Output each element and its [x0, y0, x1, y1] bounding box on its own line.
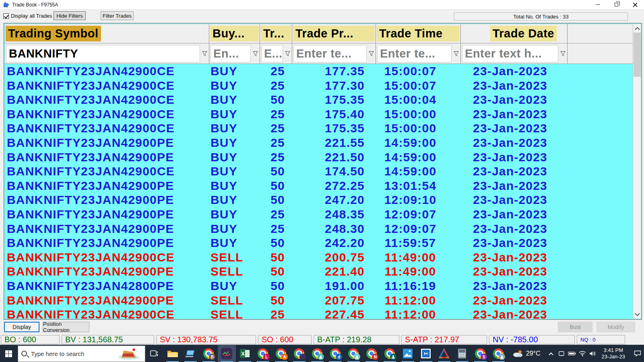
- filter-funnel-icon[interactable]: [558, 43, 567, 64]
- table-row[interactable]: BANKNIFTY23JAN42900PEBUY50242.2011:59:57…: [5, 236, 633, 250]
- filter-funnel-icon[interactable]: [200, 43, 209, 64]
- grid-filter-row: BANKNIFTY En... E... Enter te... Enter t…: [5, 43, 641, 64]
- chrome-profile-n[interactable]: N: [363, 345, 381, 362]
- column-header-trade-price[interactable]: Trade Pr...: [292, 24, 376, 43]
- wifi-icon[interactable]: [578, 345, 587, 362]
- maximize-button[interactable]: [607, 0, 625, 9]
- column-header-buy-sell[interactable]: Buy...: [209, 24, 260, 43]
- profile-letter-badge: L: [263, 354, 270, 360]
- table-row[interactable]: BANKNIFTY23JAN42900CEBUY25177.3015:00:07…: [5, 78, 633, 93]
- trade-rows-area: BANKNIFTY23JAN42900CEBUY25177.3515:00:07…: [5, 64, 641, 319]
- chrome-profile-a[interactable]: A: [272, 345, 290, 362]
- table-row[interactable]: BANKNIFTY23JAN42900CESELL25227.4511:12:0…: [5, 307, 633, 319]
- tray-chevron-icon[interactable]: [546, 345, 556, 362]
- trade-book-grid: Trading Symbol Buy... Tr... Trade Pr... …: [4, 23, 642, 319]
- close-button[interactable]: [625, 0, 644, 9]
- battery-icon[interactable]: [567, 345, 577, 362]
- scrollbar-thumb[interactable]: [634, 33, 641, 77]
- table-row[interactable]: BANKNIFTY23JAN42900CEBUY50174.5014:59:00…: [5, 164, 633, 179]
- modify-button[interactable]: Modify: [597, 322, 635, 332]
- column-header-trading-symbol[interactable]: Trading Symbol: [5, 24, 209, 43]
- chrome-profile-dark[interactable]: [290, 345, 308, 362]
- trading-app-icon[interactable]: [218, 345, 236, 362]
- hide-filters-button[interactable]: Hide Filters: [54, 11, 86, 20]
- cell-sym: BANKNIFTY23JAN42900CE: [5, 93, 209, 107]
- chrome-profile-d[interactable]: d: [326, 345, 345, 362]
- status-segment-6: NV : -785.00: [489, 335, 575, 344]
- table-row[interactable]: BANKNIFTY23JAN42900PESELL50221.4011:49:0…: [5, 264, 633, 279]
- scroll-up-arrow[interactable]: [633, 24, 641, 32]
- excel-icon[interactable]: X: [236, 345, 254, 362]
- chrome-icon: B: [203, 348, 214, 359]
- display-button[interactable]: Display: [4, 322, 39, 332]
- date-filter-input[interactable]: Enter text h...: [462, 45, 558, 62]
- status-segment-7: NQ : 0: [577, 335, 625, 344]
- chrome-profile-s[interactable]: S: [471, 345, 489, 362]
- chrome-profile-person-4[interactable]: [489, 345, 508, 362]
- filter-funnel-icon[interactable]: [251, 43, 260, 64]
- tablet-mode-icon[interactable]: [557, 345, 566, 362]
- time-filter-input[interactable]: Enter te...: [377, 45, 452, 62]
- filter-trades-button[interactable]: Filter Trades: [101, 11, 134, 20]
- table-row[interactable]: BANKNIFTY23JAN42900CEBUY25175.3515:00:00…: [5, 121, 633, 136]
- price-filter-input[interactable]: Enter te...: [293, 45, 367, 62]
- side-filter-input[interactable]: En...: [211, 45, 251, 62]
- minimize-button[interactable]: [588, 0, 607, 9]
- table-row[interactable]: BANKNIFTY23JAN42900PEBUY50272.2513:01:54…: [5, 179, 633, 193]
- filter-funnel-icon[interactable]: [452, 43, 460, 64]
- chrome-profile-l[interactable]: L: [254, 345, 272, 362]
- vertical-scrollbar[interactable]: [633, 24, 641, 319]
- table-row[interactable]: BANKNIFTY23JAN42900PEBUY25248.3012:09:07…: [5, 222, 633, 236]
- column-header-trade-time[interactable]: Trade Time: [376, 24, 461, 43]
- titlebar: Trade Book - F9755A: [0, 0, 644, 10]
- photos-icon[interactable]: [399, 345, 417, 362]
- display-all-trades-checkbox[interactable]: [3, 13, 9, 19]
- chrome-profile-person-3[interactable]: [381, 345, 399, 362]
- close-icon: [633, 2, 637, 7]
- chrome-icon: [348, 348, 359, 359]
- table-row[interactable]: BANKNIFTY23JAN42900PEBUY25221.5014:59:00…: [5, 150, 633, 165]
- table-row[interactable]: BANKNIFTY23JAN42800PEBUY50191.0011:16:19…: [5, 279, 633, 293]
- table-row[interactable]: BANKNIFTY23JAN42900PEBUY25248.3512:09:07…: [5, 207, 633, 222]
- taskbar-weather[interactable]: 29°C: [508, 350, 545, 357]
- bust-button[interactable]: Bust: [558, 322, 592, 332]
- cell-qty: 25: [260, 150, 292, 165]
- scroll-down-arrow[interactable]: [633, 311, 641, 319]
- calculator-icon[interactable]: [453, 345, 471, 362]
- chrome-profile-person-2[interactable]: [345, 345, 363, 362]
- position-conversion-button[interactable]: Position Conversion: [43, 322, 89, 332]
- table-row[interactable]: BANKNIFTY23JAN42900CEBUY25175.4015:00:00…: [5, 107, 633, 121]
- anydesk-icon[interactable]: [417, 345, 435, 362]
- cell-date: 23-Jan-2023: [461, 121, 568, 136]
- table-row[interactable]: BANKNIFTY23JAN42900PEBUY25221.5514:59:00…: [5, 136, 633, 150]
- table-row[interactable]: BANKNIFTY23JAN42900CEBUY25177.3515:00:07…: [5, 64, 633, 78]
- chrome-profile-b[interactable]: B: [200, 345, 218, 362]
- table-row[interactable]: BANKNIFTY23JAN42900PEBUY50247.2012:09:10…: [5, 193, 633, 207]
- prism-glyph: [439, 349, 449, 358]
- task-view-icon[interactable]: [145, 345, 163, 362]
- cell-time: 15:00:04: [376, 93, 461, 107]
- table-row[interactable]: BANKNIFTY23JAN42900PESELL50207.7511:12:0…: [5, 293, 633, 308]
- table-row[interactable]: BANKNIFTY23JAN42900CEBUY50175.3515:00:04…: [5, 93, 633, 107]
- filter-funnel-icon[interactable]: [283, 43, 292, 64]
- table-row[interactable]: BANKNIFTY23JAN42900CESELL50200.7511:49:0…: [5, 250, 633, 265]
- symbol-filter-input[interactable]: BANKNIFTY: [6, 45, 200, 62]
- remote-pc-icon[interactable]: [182, 345, 200, 362]
- qty-filter-input[interactable]: E...: [261, 45, 283, 62]
- chrome-profile-person-1[interactable]: [308, 345, 326, 362]
- notification-center-icon[interactable]: [631, 345, 644, 362]
- column-header-trade-date[interactable]: Trade Date: [461, 24, 568, 43]
- column-header-trade-qty[interactable]: Tr...: [260, 24, 292, 43]
- taskbar-search[interactable]: Type here to search: [18, 346, 145, 362]
- start-button[interactable]: [0, 345, 18, 362]
- filter-funnel-icon[interactable]: [367, 43, 376, 64]
- cell-time: 11:49:00: [376, 264, 461, 279]
- cell-date: 23-Jan-2023: [461, 264, 568, 279]
- cell-date: 23-Jan-2023: [461, 150, 568, 165]
- taskbar-clock[interactable]: 3:41 PM 23-Jan-23: [598, 347, 630, 360]
- volume-icon[interactable]: [588, 345, 598, 362]
- cell-price: 175.35: [292, 93, 376, 107]
- cell-time: 12:09:07: [376, 207, 461, 222]
- prism-app-icon[interactable]: [435, 345, 453, 362]
- file-explorer-icon[interactable]: [163, 345, 182, 362]
